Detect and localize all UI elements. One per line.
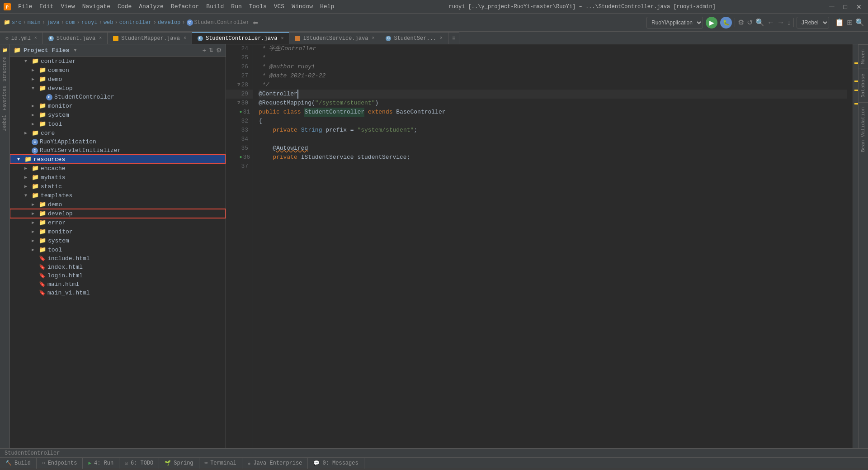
- toolbar-btn-6[interactable]: ↓: [787, 19, 791, 27]
- folder-common[interactable]: ▶ 📁 common: [10, 66, 226, 75]
- toolbar-btn-5[interactable]: →: [777, 19, 784, 27]
- file-include-html[interactable]: ▶ 🔖 include.html: [10, 254, 226, 263]
- bc-main[interactable]: main: [28, 19, 41, 26]
- folder-demo-ctrl[interactable]: ▶ 📁 demo: [10, 75, 226, 84]
- file-index-html[interactable]: ▶ 🔖 index.html: [10, 263, 226, 271]
- tab-terminal[interactable]: ⌨ Terminal: [199, 458, 242, 469]
- menu-build[interactable]: Build: [203, 3, 227, 10]
- class-ruoyi-app[interactable]: ▶ C RuoYiApplication: [10, 138, 226, 146]
- database-label[interactable]: Database: [859, 69, 868, 102]
- menu-file[interactable]: File: [14, 3, 36, 10]
- close-button[interactable]: ✕: [854, 3, 864, 10]
- tab-close-mapper[interactable]: ×: [184, 36, 186, 41]
- tab-build[interactable]: 🔨 Build: [0, 458, 37, 469]
- tab-close-controller[interactable]: ×: [281, 36, 283, 41]
- folder-core[interactable]: ▶ 📁 core: [10, 128, 226, 138]
- menu-refactor[interactable]: Refactor: [167, 3, 203, 10]
- folder-demo-tmpl[interactable]: ▶ 📁 demo: [10, 200, 226, 209]
- maximize-button[interactable]: □: [841, 3, 850, 10]
- bc-java[interactable]: java: [47, 19, 60, 26]
- maven-label[interactable]: Maven: [859, 44, 868, 69]
- tab-id-yml[interactable]: ⚙ id.yml ×: [0, 32, 43, 44]
- sidebar-structure-btn[interactable]: Structure: [1, 55, 8, 83]
- tab-student-ser[interactable]: C StudentSer... ×: [380, 32, 448, 44]
- code-content[interactable]: * 字生Controller * * @author ruoyi * @date…: [253, 44, 853, 448]
- menu-edit[interactable]: Edit: [36, 3, 57, 10]
- tab-run[interactable]: ▶ 4: Run: [83, 458, 119, 469]
- tab-iservice[interactable]: IStudentService.java ×: [289, 32, 380, 44]
- project-dropdown-icon[interactable]: ▼: [74, 48, 76, 53]
- tab-close-student[interactable]: ×: [99, 36, 102, 41]
- menu-analyze[interactable]: Analyze: [135, 3, 167, 10]
- toolbar-btn-3[interactable]: 🔍: [755, 18, 764, 27]
- folder-tool-ctrl[interactable]: ▶ 📁 tool: [10, 119, 226, 128]
- menu-tools[interactable]: Tools: [245, 3, 270, 10]
- run-button[interactable]: ▶: [706, 17, 717, 28]
- back-button[interactable]: ⬅: [253, 19, 258, 26]
- folder-mybatis[interactable]: ▶ 📁 mybatis: [10, 173, 226, 182]
- tab-close-ser[interactable]: ×: [440, 36, 443, 41]
- bc-ruoyi[interactable]: ruoyi: [81, 19, 98, 26]
- sidebar-project-btn[interactable]: 📁: [1, 46, 9, 54]
- jrebel-select[interactable]: JRebel: [797, 17, 829, 28]
- menu-view[interactable]: View: [57, 3, 78, 10]
- tab-student-java[interactable]: C Student.java ×: [43, 32, 108, 44]
- tab-close-iservice[interactable]: ×: [372, 36, 374, 41]
- menu-window[interactable]: Window: [288, 3, 316, 10]
- menu-vcs[interactable]: VCS: [270, 3, 288, 10]
- bean-validation-label[interactable]: Bean Validation: [859, 102, 868, 157]
- folder-controller[interactable]: ▼ 📁 controller: [10, 57, 226, 66]
- menu-run[interactable]: Run: [227, 3, 245, 10]
- bc-controller[interactable]: controller: [119, 19, 152, 26]
- toolbar-btn-8[interactable]: ⊞: [847, 18, 853, 27]
- menu-code[interactable]: Code: [114, 3, 135, 10]
- tab-student-mapper[interactable]: ! StudentMapper.java ×: [108, 32, 192, 44]
- class-student-controller[interactable]: ▶ C StudentController: [10, 93, 226, 101]
- folder-system-ctrl[interactable]: ▶ 📁 system: [10, 110, 226, 119]
- toolbar-btn-7[interactable]: 📋: [835, 18, 844, 27]
- folder-error[interactable]: ▶ 📁 error: [10, 218, 226, 227]
- file-main-v1-html[interactable]: ▶ 🔖 main_v1.html: [10, 289, 226, 297]
- search-everywhere-button[interactable]: 🔍: [855, 18, 864, 27]
- debug-button[interactable]: 🐛: [720, 17, 732, 28]
- menu-navigate[interactable]: Navigate: [79, 3, 114, 10]
- folder-templates[interactable]: ▼ 📁 templates: [10, 191, 226, 200]
- class-ruoyi-servlet[interactable]: ▶ C RuoYiServletInitializer: [10, 146, 226, 155]
- bc-src[interactable]: src: [12, 19, 22, 26]
- tab-endpoints[interactable]: ○ Endpoints: [37, 458, 83, 469]
- folder-develop-ctrl[interactable]: ▼ 📁 develop: [10, 84, 226, 93]
- folder-monitor-ctrl[interactable]: ▶ 📁 monitor: [10, 101, 226, 110]
- sync-button[interactable]: ⇅: [209, 47, 213, 53]
- toolbar-btn-2[interactable]: ↺: [747, 18, 753, 27]
- sidebar-favorites-btn[interactable]: Favorites: [1, 84, 8, 112]
- folder-monitor-tmpl[interactable]: ▶ 📁 monitor: [10, 227, 226, 236]
- file-main-html[interactable]: ▶ 🔖 main.html: [10, 280, 226, 289]
- bc-class[interactable]: CStudentController: [187, 19, 250, 26]
- tab-java-enterprise[interactable]: ☕ Java Enterprise: [242, 458, 308, 469]
- menu-help[interactable]: Help: [316, 3, 338, 10]
- bc-com[interactable]: com: [66, 19, 75, 26]
- folder-resources[interactable]: ▼ 📁 resources: [10, 155, 226, 164]
- tab-spring[interactable]: 🌱 Spring: [159, 458, 199, 469]
- folder-system-tmpl[interactable]: ▶ 📁 system: [10, 236, 226, 245]
- tab-more[interactable]: ≡: [448, 32, 459, 44]
- folder-ehcache[interactable]: ▶ 📁 ehcache: [10, 164, 226, 173]
- bc-develop[interactable]: develop: [158, 19, 180, 26]
- settings-tree-button[interactable]: ⚙: [216, 47, 222, 54]
- toolbar-btn-1[interactable]: ⚙: [738, 18, 744, 27]
- folder-static[interactable]: ▶ 📁 static: [10, 182, 226, 191]
- tab-todo[interactable]: ☑ 6: TODO: [119, 458, 159, 469]
- tab-close-yml[interactable]: ×: [34, 36, 37, 41]
- bc-web[interactable]: web: [104, 19, 113, 26]
- jrebel-sidebar-btn[interactable]: JRebel: [1, 113, 8, 133]
- file-login-html[interactable]: ▶ 🔖 login.html: [10, 271, 226, 280]
- project-files-header[interactable]: 📁 Project Files ▼ + ⇅ ⚙: [10, 44, 226, 57]
- tab-student-controller[interactable]: C StudentController.java ×: [192, 32, 289, 44]
- tab-messages[interactable]: 💬 0: Messages: [308, 458, 364, 469]
- folder-develop-tmpl[interactable]: ▶ 📁 develop: [10, 209, 226, 218]
- run-config-select[interactable]: RuoYiApplication: [646, 17, 703, 28]
- add-file-button[interactable]: +: [203, 47, 206, 54]
- minimize-button[interactable]: ─: [826, 3, 837, 11]
- toolbar-btn-4[interactable]: ←: [767, 19, 774, 27]
- folder-tool-tmpl[interactable]: ▶ 📁 tool: [10, 245, 226, 254]
